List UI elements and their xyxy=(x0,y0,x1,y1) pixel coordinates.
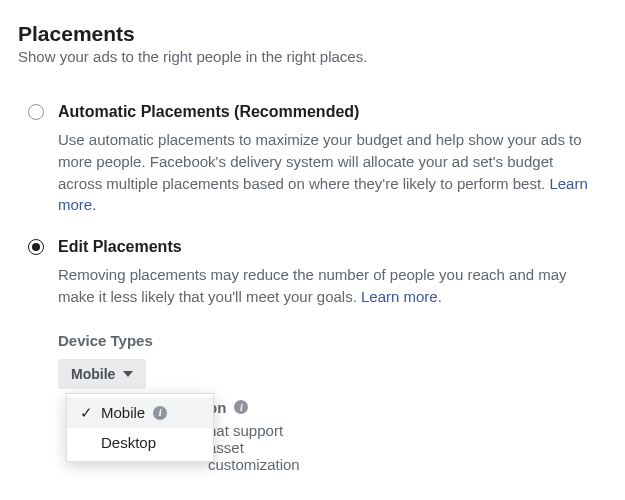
device-types-label: Device Types xyxy=(58,332,607,349)
asset-customization-subtext: hat support asset customization xyxy=(208,422,300,473)
check-icon: ✓ xyxy=(77,404,95,422)
info-icon[interactable]: i xyxy=(234,400,248,414)
option-automatic-placements[interactable]: Automatic Placements (Recommended) Use a… xyxy=(18,103,607,216)
radio-icon[interactable] xyxy=(28,104,44,120)
menu-item-label: Desktop xyxy=(101,434,156,451)
menu-item-desktop[interactable]: Desktop xyxy=(67,428,213,457)
radio-icon[interactable] xyxy=(28,239,44,255)
device-types-dropdown-button[interactable]: Mobile xyxy=(58,359,146,389)
option-edit-placements[interactable]: Edit Placements Removing placements may … xyxy=(18,238,607,308)
device-types-dropdown-menu: ✓ Mobile i Desktop xyxy=(66,393,214,462)
menu-item-label: Mobile xyxy=(101,404,145,421)
section-subtitle: Show your ads to the right people in the… xyxy=(18,48,607,65)
option-description: Removing placements may reduce the numbe… xyxy=(58,264,598,308)
option-description: Use automatic placements to maximize you… xyxy=(58,129,598,216)
section-title: Placements xyxy=(18,22,607,46)
chevron-down-icon xyxy=(123,371,133,377)
learn-more-link[interactable]: Learn more. xyxy=(361,288,442,305)
asset-customization-section: on i hat support asset customization xyxy=(208,399,300,473)
option-title: Edit Placements xyxy=(58,238,182,256)
info-icon[interactable]: i xyxy=(153,406,167,420)
menu-item-mobile[interactable]: ✓ Mobile i xyxy=(67,398,213,428)
dropdown-value: Mobile xyxy=(71,366,115,382)
option-title: Automatic Placements (Recommended) xyxy=(58,103,359,121)
